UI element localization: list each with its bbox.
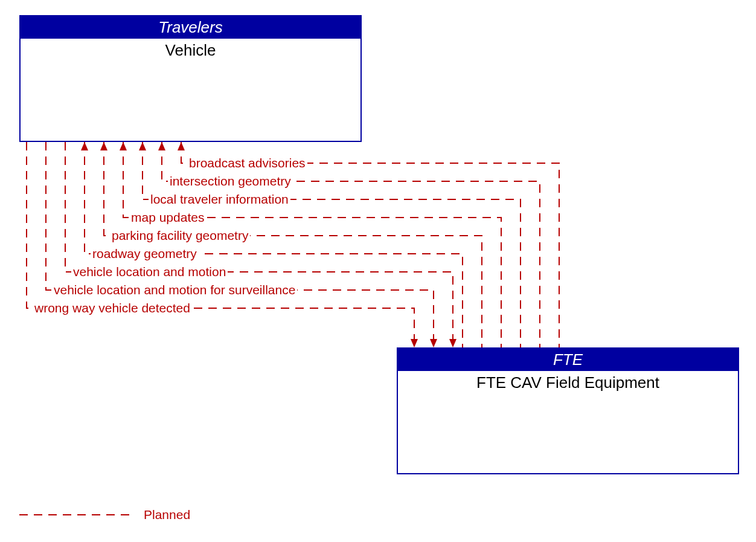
flow-label-vehicle-location-and-motion-surveillance: vehicle location and motion for surveill… [52, 283, 297, 297]
svg-marker-0 [178, 142, 185, 150]
flow-label-intersection-geometry: intersection geometry [168, 174, 293, 189]
legend-label: Planned [144, 508, 190, 522]
box-fte-cav: FTE FTE CAV Field Equipment [397, 347, 739, 474]
svg-marker-1 [158, 142, 165, 150]
flow-label-local-traveler-information: local traveler information [149, 192, 290, 207]
box-travelers-vehicle: Travelers Vehicle [19, 15, 362, 142]
legend: Planned [144, 508, 190, 522]
flow-label-parking-facility-geometry: parking facility geometry [110, 228, 250, 243]
svg-marker-8 [411, 339, 418, 347]
box-travelers-title: Vehicle [21, 39, 360, 60]
svg-marker-6 [449, 339, 456, 347]
svg-marker-2 [139, 142, 146, 150]
flow-label-vehicle-location-and-motion: vehicle location and motion [71, 265, 228, 279]
svg-marker-7 [430, 339, 437, 347]
svg-marker-3 [120, 142, 127, 150]
flow-label-broadcast-advisories: broadcast advisories [187, 156, 307, 170]
box-fte-header: FTE [398, 349, 738, 371]
box-travelers-header: Travelers [21, 16, 360, 39]
svg-marker-4 [100, 142, 107, 150]
flow-label-wrong-way-vehicle-detected: wrong way vehicle detected [33, 301, 192, 315]
svg-marker-5 [81, 142, 88, 150]
box-fte-title: FTE CAV Field Equipment [398, 371, 738, 392]
flow-label-map-updates: map updates [129, 210, 206, 225]
flow-label-roadway-geometry: roadway geometry [91, 247, 199, 261]
